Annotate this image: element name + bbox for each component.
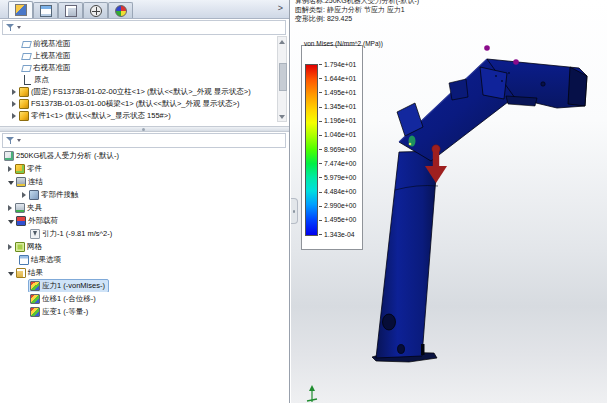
configurationmanager-icon bbox=[65, 5, 77, 17]
stress-plot-icon bbox=[30, 281, 40, 291]
solidworks-window: > 前视基准面 上视基准面 右视基准面 原点 bbox=[0, 0, 607, 403]
feature-tree: 前视基准面 上视基准面 右视基准面 原点 (固定) FS1373B-01-02-… bbox=[0, 36, 289, 126]
tab-displaymanager[interactable] bbox=[108, 2, 133, 18]
plane-icon bbox=[21, 53, 32, 60]
coordinate-triad-icon bbox=[307, 385, 317, 402]
dimxpert-target-icon bbox=[90, 5, 102, 17]
study-item-component-contact[interactable]: 零部件接触 bbox=[0, 188, 289, 201]
mesh-icon bbox=[15, 242, 25, 252]
collapse-arrow-icon[interactable] bbox=[8, 272, 14, 276]
expand-arrow-icon[interactable] bbox=[12, 113, 16, 119]
panel-tab-bar: > bbox=[0, 0, 289, 19]
legend-value: 7.474e+00 bbox=[324, 160, 356, 167]
legend-value: 1.495e+00 bbox=[324, 216, 356, 223]
study-tree-filter[interactable] bbox=[2, 133, 286, 148]
legend-title: von Mises (N/mm^2 (MPa)) bbox=[304, 40, 383, 47]
study-item-fixtures[interactable]: 夹具 bbox=[0, 201, 289, 214]
part-icon bbox=[19, 111, 29, 121]
tree-item-top-plane[interactable]: 上视基准面 bbox=[0, 50, 289, 62]
scroll-up-arrow[interactable] bbox=[278, 37, 286, 46]
legend-value: 4.484e+00 bbox=[324, 188, 356, 195]
legend-value: 1.345e+01 bbox=[324, 103, 356, 110]
study-item-external-loads[interactable]: 外部载荷 bbox=[0, 214, 289, 227]
legend-value: 1.196e+01 bbox=[324, 117, 356, 124]
tree-item-origin[interactable]: 原点 bbox=[0, 74, 289, 86]
panel-splitter-handle[interactable] bbox=[0, 126, 289, 132]
scroll-down-arrow[interactable] bbox=[278, 112, 286, 121]
feature-manager-panel: > 前视基准面 上视基准面 右视基准面 原点 bbox=[0, 0, 290, 403]
tab-propertymanager[interactable] bbox=[33, 2, 58, 18]
expand-arrow-icon[interactable] bbox=[12, 101, 16, 107]
filter-funnel-icon bbox=[6, 23, 15, 32]
study-root[interactable]: 250KG机器人受力分析 (-默认-) bbox=[0, 149, 289, 162]
legend-value: 8.969e+00 bbox=[324, 146, 356, 153]
strain-plot-icon bbox=[30, 307, 40, 317]
component-contact-icon bbox=[29, 190, 39, 200]
filter-funnel-icon bbox=[6, 136, 15, 145]
origin-icon bbox=[22, 75, 32, 85]
legend-value: 2.990e+00 bbox=[324, 202, 356, 209]
part-icon bbox=[19, 87, 29, 97]
study-item-mesh[interactable]: 网格 bbox=[0, 240, 289, 253]
tree-item-component-beam[interactable]: FS1373B-01-03-01-00横梁<1> (默认<<默认>_外观 显示状… bbox=[0, 98, 289, 110]
tree-item-component-part1[interactable]: 零件1<1> (默认<<默认>_显示状态 155#>) bbox=[0, 110, 289, 122]
tree-item-front-plane[interactable]: 前视基准面 bbox=[0, 38, 289, 50]
parts-icon bbox=[15, 164, 25, 174]
displaymanager-sphere-icon bbox=[115, 5, 127, 17]
chevron-down-icon bbox=[17, 139, 21, 142]
study-item-gravity[interactable]: 引力-1 (-9.81 m/s^2-) bbox=[0, 227, 289, 240]
study-item-displacement-plot[interactable]: 位移1 (-合位移-) bbox=[0, 292, 289, 305]
featuremanager-icon bbox=[15, 4, 27, 16]
expand-arrow-icon[interactable] bbox=[8, 244, 12, 250]
legend-value: 1.343e-04 bbox=[324, 231, 355, 238]
external-loads-icon bbox=[16, 216, 26, 226]
results-folder-icon bbox=[16, 268, 26, 278]
expand-arrow-icon[interactable] bbox=[22, 192, 26, 198]
propertymanager-icon bbox=[40, 5, 52, 17]
study-item-results[interactable]: 结果 bbox=[0, 266, 289, 279]
fixtures-icon bbox=[15, 203, 25, 213]
part-icon bbox=[19, 99, 29, 109]
selected-item-highlight: 应力1 (-vonMises-) bbox=[28, 279, 109, 292]
plane-icon bbox=[21, 65, 32, 72]
tree-item-component-column[interactable]: (固定) FS1373B-01-02-00立柱<1> (默认<<默认>_外观 显… bbox=[0, 86, 289, 98]
legend-value: 1.046e+01 bbox=[324, 131, 356, 138]
collapse-arrow-icon[interactable] bbox=[8, 220, 14, 224]
collapse-arrow-icon[interactable] bbox=[8, 181, 14, 185]
study-item-connections[interactable]: 连结 bbox=[0, 175, 289, 188]
scrollbar-thumb[interactable] bbox=[279, 63, 287, 91]
tab-featuremanager[interactable] bbox=[8, 1, 33, 18]
expand-arrow-icon[interactable] bbox=[8, 205, 12, 211]
simulation-study-tree: 250KG机器人受力分析 (-默认-) 零件 连结 零部件接触 夹具 bbox=[0, 149, 289, 318]
study-item-parts[interactable]: 零件 bbox=[0, 162, 289, 175]
study-item-stress-plot[interactable]: 应力1 (-vonMises-) bbox=[0, 279, 289, 292]
panel-grip-handle[interactable] bbox=[291, 198, 298, 224]
result-options-icon bbox=[19, 255, 29, 265]
study-item-result-options[interactable]: 结果选项 bbox=[0, 253, 289, 266]
gravity-icon bbox=[30, 229, 40, 239]
displacement-plot-icon bbox=[30, 294, 40, 304]
feature-tree-scrollbar[interactable] bbox=[277, 36, 287, 122]
legend-value: 5.979e+00 bbox=[324, 174, 356, 181]
expand-arrow-icon[interactable] bbox=[8, 166, 12, 172]
study-icon bbox=[4, 151, 14, 161]
legend-value: 1.495e+01 bbox=[324, 89, 356, 96]
tab-configurationmanager[interactable] bbox=[58, 2, 83, 18]
tab-dimxpertmanager[interactable] bbox=[83, 2, 108, 18]
legend-value: 1.644e+01 bbox=[324, 75, 356, 82]
remote-point-marker bbox=[484, 45, 490, 51]
panel-overflow-chevron[interactable]: > bbox=[278, 3, 283, 13]
chevron-down-icon bbox=[17, 26, 21, 29]
graphics-viewport[interactable]: 算例名称:250KG机器人受力分析(-默认-) 图解类型: 静应力分析 节应力 … bbox=[291, 0, 607, 403]
connections-icon bbox=[16, 177, 26, 187]
study-item-strain-plot[interactable]: 应变1 (-等量-) bbox=[0, 305, 289, 318]
feature-tree-filter[interactable] bbox=[2, 20, 286, 35]
remote-point-marker bbox=[513, 59, 519, 65]
expand-arrow-icon[interactable] bbox=[12, 89, 16, 95]
plane-icon bbox=[21, 41, 32, 48]
tree-item-right-plane[interactable]: 右视基准面 bbox=[0, 62, 289, 74]
legend-color-bar bbox=[305, 64, 318, 236]
legend-value: 1.794e+01 bbox=[324, 61, 356, 68]
